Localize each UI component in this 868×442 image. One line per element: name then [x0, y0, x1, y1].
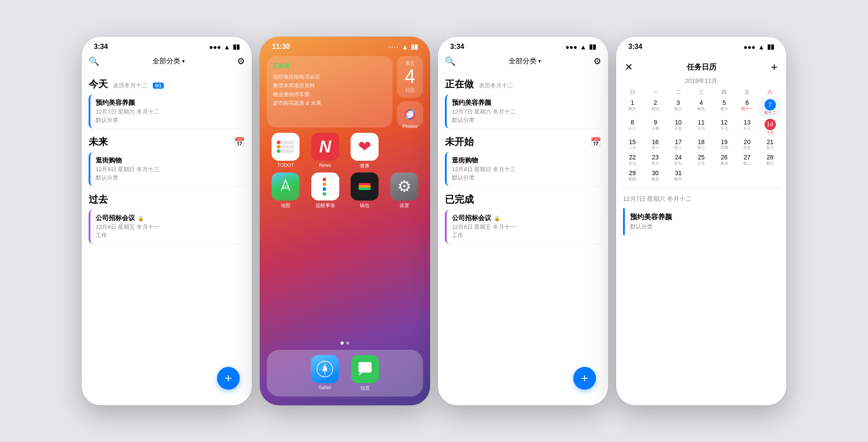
cal-add-button[interactable]: + [771, 60, 778, 74]
app-safari[interactable]: Safari [311, 355, 339, 391]
cal-day-3[interactable]: 3初八 [667, 98, 689, 117]
cal-day-31[interactable]: 31初六 [667, 168, 689, 183]
safari-label: Safari [319, 385, 331, 390]
status-icons-3: ●●● ▲ ▮▮ [565, 43, 596, 51]
cal-day-8[interactable]: 8十三 [621, 117, 644, 136]
cal-day-13[interactable]: 13十八 [736, 117, 758, 136]
news-app-label: News [319, 162, 331, 168]
day-number: 4 [403, 67, 417, 86]
fab-1[interactable]: + [217, 367, 240, 390]
status-icons-home: ···· ▲ ▮▮ [388, 43, 418, 51]
cal-day-5[interactable]: 5初十 [713, 98, 735, 117]
task-date-s3: 12月6日 星期五 冬月十一 [452, 223, 596, 231]
task-item-s3[interactable]: 公司招标会议 🔒 12月6日 星期五 冬月十一 工作 [445, 210, 601, 244]
app-messages[interactable]: 信息 [351, 355, 379, 391]
cal-day-9[interactable]: 9十四 [644, 117, 667, 136]
section-subtitle-inprogress: 农历冬月十二 [479, 82, 513, 89]
cal-day-17[interactable]: 17廿二 [667, 137, 689, 152]
cal-day-21[interactable]: 21廿六 [759, 137, 781, 152]
status-time-1: 3:34 [94, 43, 108, 51]
section-notstarted: 未开始 📅 [445, 135, 601, 148]
cal-day-14[interactable]: 14十九 [759, 117, 781, 136]
cal-day-23[interactable]: 23廿八 [644, 152, 667, 167]
cal-day-2[interactable]: 2初七 [644, 98, 667, 117]
search-icon-1[interactable]: 🔍 [89, 56, 100, 66]
gear-icon-3[interactable]: ⚙ [593, 56, 601, 66]
cal-day-18[interactable]: 18廿三 [690, 137, 713, 152]
cal-day-28[interactable]: 28初三 [759, 152, 781, 167]
phone-status: 3:34 ●●● ▲ ▮▮ 🔍 全部分类 ▾ ⚙ 正在做 农历冬月十二 预约美容… [438, 37, 608, 405]
section-title-inprogress: 正在做 [445, 79, 474, 90]
app-reminders[interactable]: 提醒事项 [308, 173, 343, 209]
lock-icon-1: 🔒 [138, 215, 144, 221]
cal-day-10[interactable]: 10十五 [667, 117, 689, 136]
empty-slot [387, 133, 415, 169]
wifi-icon-home: ▲ [402, 43, 408, 51]
app-health[interactable]: ❤ 健康 [348, 133, 382, 169]
dot-2 [346, 342, 349, 345]
dot-1 [341, 342, 344, 345]
cal-day-26[interactable]: 26冬月 [713, 152, 735, 167]
day-widget[interactable]: 周五 4 日历 [397, 56, 423, 98]
todot-widget[interactable]: 正在做 组织项目组电话会议 整理本周项目资料 物业缴纳停车费 超市购买蔬菜 & … [267, 56, 393, 128]
cal-day-6[interactable]: 6初十一 [736, 98, 758, 117]
cal-day-20[interactable]: 20廿五 [736, 137, 758, 152]
cal-close-button[interactable]: ✕ [625, 62, 633, 73]
photos-widget[interactable]: Photos [397, 101, 423, 128]
app-settings[interactable]: ⚙ 设置 [387, 173, 422, 209]
app-wallet[interactable]: 钱包 [348, 173, 382, 209]
cal-task-item[interactable]: 预约美容养颜 默认分类 [623, 208, 779, 235]
search-icon-3[interactable]: 🔍 [445, 56, 456, 66]
cal-day-16[interactable]: 16廿一 [644, 137, 667, 152]
task-name-3: 公司招标会议 🔒 [96, 214, 240, 222]
widget-item-1: 组织项目组电话会议 [273, 73, 386, 81]
phone-today: 3:34 ●●● ▲ ▮▮ 🔍 全部分类 ▾ ⚙ 今天 农历冬月十二 0/1 预… [82, 37, 252, 405]
status-time-home: 11:30 [272, 43, 290, 51]
cal-day-30[interactable]: 30初五 [644, 168, 667, 183]
task-item-s1[interactable]: 预约美容养颜 12月7日 星期六 冬月十二 默认分类 [445, 94, 601, 128]
gear-icon-1[interactable]: ⚙ [237, 56, 245, 66]
task-item-2[interactable]: 逛街购物 12月8日 星期日 冬月十三 默认分类 [89, 152, 245, 186]
widget-item-4: 超市购买蔬菜 & 水果 [273, 100, 386, 107]
cal-day-24[interactable]: 24廿九 [667, 152, 689, 167]
task-category-s1: 默认分类 [452, 116, 596, 124]
cal-day-1[interactable]: 1初六 [621, 98, 644, 117]
weekday-3: 三 [690, 89, 713, 96]
todot-app-label: TODOT [277, 162, 294, 168]
cal-task-cat: 默认分类 [630, 223, 774, 231]
cal-top-nav: ✕ 任务日历 + [616, 54, 786, 77]
weekday-1: 一 [644, 89, 667, 96]
task-item-s2[interactable]: 逛街购物 12月8日 星期日 冬月十三 默认分类 [445, 152, 601, 186]
cal-day-27[interactable]: 27初二 [736, 152, 758, 167]
cal-day-19[interactable]: 19廿四 [713, 137, 735, 152]
cal-day-22[interactable]: 22廿七 [621, 152, 644, 167]
cal-date-header: 12月7日 星期六 冬月十二 [616, 193, 786, 205]
cal-day-4[interactable]: 4初九 [690, 98, 713, 117]
nav-title-1[interactable]: 全部分类 ▾ [152, 57, 185, 66]
task-category-3: 工作 [96, 231, 240, 239]
app-maps[interactable]: 280 地图 [269, 173, 303, 209]
cal-day-12[interactable]: 12十七 [713, 117, 735, 136]
app-news[interactable]: N News [308, 133, 343, 169]
task-name-s1: 预约美容养颜 [452, 99, 596, 107]
cal-day-e3 [736, 168, 758, 183]
messages-label: 信息 [360, 385, 370, 391]
nav-title-3[interactable]: 全部分类 ▾ [509, 57, 541, 66]
task-date-1: 12月7日 星期六 冬月十二 [96, 108, 240, 116]
app-grid-1: TODOT N News ❤ 健康 [260, 131, 430, 171]
calendar-icon-future[interactable]: 📅 [234, 137, 245, 147]
calendar-icon-notstarted[interactable]: 📅 [590, 137, 601, 147]
settings-app-label: 设置 [400, 202, 409, 209]
cal-days: 1初六 2初七 3初八 4初九 5初十 6初十一 7初十二 8十三 9十四 10… [621, 98, 781, 183]
cal-day-15[interactable]: 15二十 [621, 137, 644, 152]
status-icons-1: ●●● ▲ ▮▮ [209, 43, 240, 51]
cal-day-29[interactable]: 29初四 [621, 168, 644, 183]
fab-3[interactable]: + [573, 367, 596, 390]
wifi-icon-3: ▲ [580, 43, 586, 51]
task-item-1[interactable]: 预约美容养颜 12月7日 星期六 冬月十二 默认分类 [89, 94, 245, 128]
task-item-3[interactable]: 公司招标会议 🔒 12月6日 星期五 冬月十一 工作 [89, 210, 245, 244]
cal-day-25[interactable]: 25三十 [690, 152, 713, 167]
cal-day-11[interactable]: 11十六 [690, 117, 713, 136]
cal-day-7[interactable]: 7初十二 [759, 98, 781, 117]
app-todot[interactable]: TODOT [269, 133, 303, 169]
